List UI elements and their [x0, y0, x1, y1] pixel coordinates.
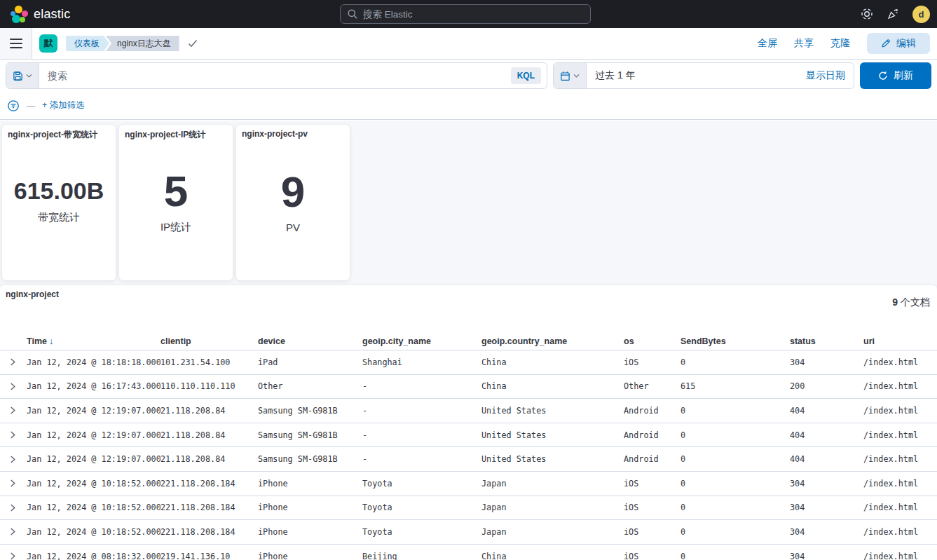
cell-geoip-country-name: China — [481, 381, 624, 391]
cell-geoip-city-name: Shanghai — [362, 357, 481, 367]
cell-sendbytes: 0 — [680, 503, 790, 512]
cell-device: Samsung SM-G981B — [258, 406, 362, 416]
refresh-button[interactable]: 刷新 — [860, 62, 931, 89]
cell-geoip-city-name: - — [362, 454, 481, 464]
newsfeed-icon[interactable] — [887, 8, 899, 20]
metric-panel-bandwidth[interactable]: nginx-project-带宽统计 615.00B 带宽统计 — [2, 125, 116, 280]
table-row[interactable]: Jan 12, 2024 @ 18:18:18.000101.231.54.10… — [0, 350, 937, 375]
panel-title: nginx-project-带宽统计 — [2, 125, 116, 141]
column-header-status[interactable]: status — [790, 336, 863, 346]
table-row[interactable]: Jan 12, 2024 @ 08:18:32.000219.141.136.1… — [0, 545, 937, 560]
breadcrumb-dashboards[interactable]: 仪表板 — [66, 36, 109, 51]
show-dates-button[interactable]: 显示日期 — [806, 69, 854, 82]
filter-icon[interactable] — [7, 100, 20, 112]
metric-panel-pv[interactable]: nginx-project-pv 9 PV — [236, 125, 350, 280]
user-avatar[interactable]: d — [912, 6, 930, 23]
cell-status: 304 — [790, 503, 863, 512]
expand-row-icon[interactable] — [0, 504, 27, 512]
cell-time: Jan 12, 2024 @ 12:19:07.000 — [27, 406, 160, 416]
cell-clientip: 101.231.54.100 — [160, 357, 258, 367]
metric-label-ip: IP统计 — [119, 221, 233, 234]
cell-sendbytes: 0 — [680, 430, 790, 440]
fullscreen-button[interactable]: 全屏 — [758, 37, 777, 50]
table-row[interactable]: Jan 12, 2024 @ 12:19:07.00021.118.208.84… — [0, 447, 937, 472]
share-button[interactable]: 共享 — [794, 37, 814, 50]
cell-geoip-city-name: Toyota — [362, 479, 481, 489]
table-row[interactable]: Jan 12, 2024 @ 16:17:43.000110.110.110.1… — [0, 375, 937, 399]
saved-search-panel: nginx-project 9 个文档 Time↓ clientip devic… — [0, 285, 937, 560]
chevron-down-icon — [26, 74, 32, 78]
toolbar-actions: 全屏 共享 克隆 编辑 — [758, 33, 937, 54]
add-filter-button[interactable]: + 添加筛选 — [42, 100, 85, 111]
expand-row-icon[interactable] — [0, 479, 27, 487]
cell-device: iPhone — [258, 552, 362, 560]
sort-desc-icon[interactable]: ↓ — [49, 336, 53, 346]
cell-clientip: 219.141.136.10 — [160, 552, 258, 560]
column-header-sendbytes[interactable]: SendBytes — [680, 336, 790, 346]
cell-os: Android — [624, 406, 680, 416]
cell-os: Android — [624, 454, 680, 464]
expand-row-icon[interactable] — [0, 358, 27, 366]
refresh-icon — [878, 71, 888, 81]
logo-text: elastic — [34, 7, 70, 22]
time-range-value[interactable]: 过去 1 年 — [587, 69, 644, 82]
cell-os: Android — [624, 430, 680, 440]
global-search-wrap — [340, 4, 591, 24]
cell-sendbytes: 0 — [680, 527, 790, 537]
expand-row-icon[interactable] — [0, 552, 27, 560]
dashboard-toolbar: 默 仪表板 nginx日志大盘 全屏 共享 克隆 编辑 — [0, 28, 937, 60]
kibana-dashboard-app: elastic d 默 仪表板 nginx日志大盘 全屏 共享 克隆 — [0, 0, 937, 560]
cell-geoip-country-name: China — [481, 357, 624, 367]
date-quick-menu-button[interactable] — [554, 63, 587, 88]
pencil-icon — [881, 39, 891, 48]
help-icon[interactable] — [861, 8, 873, 20]
cell-sendbytes: 0 — [680, 552, 790, 560]
panel-title: nginx-project-IP统计 — [119, 125, 233, 141]
kql-search-input[interactable] — [39, 70, 511, 81]
kql-language-button[interactable]: KQL — [511, 67, 541, 84]
cell-sendbytes: 0 — [680, 406, 790, 416]
cell-status: 404 — [790, 454, 863, 464]
cell-geoip-city-name: - — [362, 430, 481, 440]
nav-menu-button[interactable] — [0, 28, 32, 59]
document-count-label: 个文档 — [898, 296, 930, 308]
column-header-uri[interactable]: uri — [863, 336, 937, 346]
clone-button[interactable]: 克隆 — [830, 37, 850, 50]
expand-row-icon[interactable] — [0, 431, 27, 439]
table-row[interactable]: Jan 12, 2024 @ 10:18:52.000221.118.208.1… — [0, 496, 937, 521]
global-search-input[interactable] — [340, 4, 591, 24]
expand-row-icon[interactable] — [0, 383, 27, 390]
table-row[interactable]: Jan 12, 2024 @ 12:19:07.00021.118.208.84… — [0, 399, 937, 423]
expand-row-icon[interactable] — [0, 407, 27, 414]
column-header-clientip[interactable]: clientip — [160, 336, 258, 346]
space-avatar[interactable]: 默 — [39, 34, 57, 53]
metric-panel-ip[interactable]: nginx-project-IP统计 5 IP统计 — [119, 125, 233, 280]
cell-time: Jan 12, 2024 @ 12:19:07.000 — [27, 454, 160, 464]
elastic-logo[interactable]: elastic — [10, 5, 70, 23]
cell-time: Jan 12, 2024 @ 10:18:52.000 — [27, 503, 160, 512]
column-header-geoip-city-name[interactable]: geoip.city_name — [362, 336, 481, 346]
expand-row-icon[interactable] — [0, 528, 27, 535]
cell-os: iOS — [624, 357, 680, 367]
column-header-geoip-country-name[interactable]: geoip.country_name — [481, 336, 624, 346]
expand-row-icon[interactable] — [0, 456, 27, 463]
cell-device: Samsung SM-G981B — [258, 430, 362, 440]
table-row[interactable]: Jan 12, 2024 @ 10:18:52.000221.118.208.1… — [0, 520, 937, 545]
saved-query-menu-button[interactable] — [6, 63, 39, 88]
cell-device: iPhone — [258, 503, 362, 512]
filter-separator: — — [27, 101, 35, 111]
check-icon[interactable] — [188, 39, 198, 48]
table-row[interactable]: Jan 12, 2024 @ 12:19:07.00021.118.208.84… — [0, 423, 937, 448]
date-picker-group: 过去 1 年 显示日期 — [553, 62, 854, 89]
edit-button[interactable]: 编辑 — [867, 33, 930, 54]
column-header-os[interactable]: os — [624, 336, 680, 346]
cell-geoip-country-name: United States — [481, 406, 624, 416]
column-header-time[interactable]: Time↓ — [27, 336, 160, 346]
elastic-logo-icon — [10, 5, 28, 23]
table-row[interactable]: Jan 12, 2024 @ 10:18:52.000221.118.208.1… — [0, 472, 937, 496]
cell-uri: /index.html — [863, 503, 937, 512]
cell-geoip-city-name: - — [362, 381, 481, 391]
column-header-device[interactable]: device — [258, 336, 362, 346]
cell-geoip-city-name: Toyota — [362, 503, 481, 512]
cell-status: 304 — [790, 357, 863, 367]
